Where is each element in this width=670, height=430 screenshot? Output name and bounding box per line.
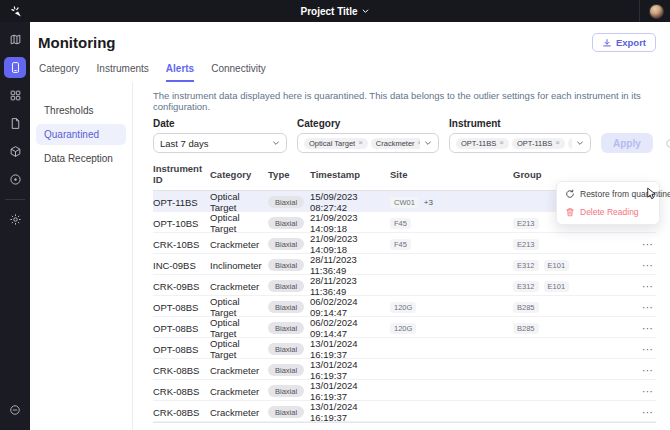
subnav-item-data-reception[interactable]: Data Reception (36, 148, 126, 169)
file-icon[interactable] (4, 113, 26, 134)
row-actions-menu-button[interactable]: ⋯ (630, 259, 656, 272)
site-more-count[interactable]: +3 (424, 198, 433, 207)
main-panel: The instrument data displayed here is qu… (133, 82, 670, 430)
chevron-down-icon (576, 139, 584, 147)
row-actions-menu-button[interactable]: ⋯ (630, 280, 656, 293)
filter-tag-label: Optical Target (309, 139, 355, 148)
table-row[interactable]: CRK-10BSCrackmeterBiaxial21/09/2023 14:0… (153, 233, 656, 254)
close-icon[interactable]: × (555, 139, 560, 147)
help-icon[interactable] (4, 399, 26, 420)
filter-tag[interactable]: OPT-11BS× (568, 138, 572, 149)
filter-tag[interactable]: Crackmeter× (371, 138, 420, 149)
cell-site: 120G (390, 301, 513, 313)
row-actions-menu-button[interactable]: ⋯ (630, 385, 656, 398)
target-icon[interactable] (4, 169, 26, 190)
gear-icon[interactable] (4, 209, 26, 230)
chevron-down-icon (424, 139, 432, 147)
grid-icon[interactable] (4, 85, 26, 106)
export-button[interactable]: Export (592, 33, 656, 52)
project-title: Project Title (300, 6, 357, 17)
type-badge: Biaxial (268, 259, 304, 271)
device-icon[interactable] (4, 57, 26, 78)
row-actions-menu-button[interactable]: ⋯ (630, 301, 656, 314)
map-icon[interactable] (4, 29, 26, 50)
table-row[interactable]: OPT-08BSOptical TargetBiaxial06/02/2024 … (153, 296, 656, 317)
cell-instrument-id: OPT-08BS (153, 323, 210, 334)
cell-type: Biaxial (268, 217, 310, 230)
cell-group: E312E101 (513, 280, 630, 292)
project-title-dropdown[interactable]: Project Title (300, 6, 369, 17)
type-badge: Biaxial (268, 196, 304, 208)
cell-type: Biaxial (268, 364, 310, 377)
type-badge: Biaxial (268, 217, 304, 229)
table-row[interactable]: CRK-08BSCrackmeterBiaxial13/01/2024 16:1… (153, 380, 656, 401)
tab-connectivity[interactable]: Connectivity (211, 63, 265, 82)
close-icon[interactable]: × (499, 139, 504, 147)
tab-instruments[interactable]: Instruments (97, 63, 149, 82)
type-badge: Biaxial (268, 322, 304, 334)
topbar-divider (639, 0, 640, 22)
type-badge: Biaxial (268, 301, 304, 313)
app-logo-icon[interactable] (8, 3, 24, 19)
instrument-select[interactable]: OPT-11BS×OPT-11BS×OPT-11BS× (449, 133, 591, 153)
tab-alerts[interactable]: Alerts (166, 63, 194, 82)
restore-from-quarantine-item[interactable]: Restore from quarantine (557, 185, 659, 203)
apply-button[interactable]: Apply (601, 133, 653, 153)
table-row[interactable]: CRK-09BSCrackmeterBiaxial28/11/2023 11:3… (153, 275, 656, 296)
cell-type: Biaxial (268, 280, 310, 293)
table-row[interactable]: INC-09BSInclinometerBiaxial28/11/2023 11… (153, 254, 656, 275)
filter-tag[interactable]: Optical Target× (304, 138, 368, 149)
table-row[interactable]: CRK-08BSCrackmeterBiaxial13/01/2024 16:1… (153, 359, 656, 380)
row-actions-menu-button[interactable]: ⋯ (630, 238, 656, 251)
date-select[interactable]: Last 7 days (153, 133, 287, 153)
date-select-value: Last 7 days (160, 138, 268, 149)
cell-group: E213 (513, 238, 630, 250)
subnav-item-thresholds[interactable]: Thresholds (36, 100, 126, 121)
type-badge: Biaxial (268, 343, 304, 355)
table-row[interactable]: OPT-08BSOptical TargetBiaxial06/02/2024 … (153, 317, 656, 338)
category-filter-label: Category (297, 118, 439, 129)
cell-instrument-id: OPT-08BS (153, 344, 210, 355)
row-actions-menu-button[interactable]: ⋯ (630, 406, 656, 419)
cell-type: Biaxial (268, 196, 310, 209)
filter-tag[interactable]: OPT-11BS× (456, 138, 509, 149)
tab-category[interactable]: Category (39, 63, 80, 82)
tab-bar: Category Instruments Alerts Connectivity (30, 52, 670, 82)
site-badge: 120G (390, 302, 416, 313)
cell-instrument-id: CRK-09BS (153, 281, 210, 292)
group-badge: E213 (513, 239, 539, 250)
cell-timestamp: 21/09/2023 14:09:18 (310, 212, 390, 234)
reset-filters-icon[interactable] (665, 133, 670, 153)
filter-tag[interactable]: OPT-11BS× (512, 138, 565, 149)
cell-instrument-id: INC-09BS (153, 260, 210, 271)
cell-type: Biaxial (268, 238, 310, 251)
cell-site: CW01+3 (390, 196, 513, 208)
filter-tag-label: OPT-11BS (461, 139, 496, 148)
cell-category: Optical Target (210, 212, 268, 234)
cell-instrument-id: CRK-08BS (153, 386, 210, 397)
row-actions-menu-button[interactable]: ⋯ (630, 343, 656, 356)
close-icon[interactable]: × (418, 139, 420, 147)
row-actions-menu-button[interactable]: ⋯ (630, 322, 656, 335)
row-actions-menu-button[interactable]: ⋯ (630, 364, 656, 377)
cell-timestamp: 06/02/2024 09:14:47 (310, 296, 390, 318)
category-select[interactable]: Optical Target×Crackmeter×Inclinom (297, 133, 439, 153)
table-row[interactable]: CRK-08BSCrackmeterBiaxial13/01/2024 16:1… (153, 401, 656, 422)
subnav-item-quarantined[interactable]: Quarantined (36, 124, 126, 145)
user-avatar[interactable] (649, 4, 664, 19)
cell-category: Crackmeter (210, 386, 268, 397)
cell-type: Biaxial (268, 385, 310, 398)
cell-type: Biaxial (268, 343, 310, 356)
close-icon[interactable]: × (358, 139, 363, 147)
cell-category: Optical Target (210, 338, 268, 360)
box-icon[interactable] (4, 141, 26, 162)
type-badge: Biaxial (268, 385, 304, 397)
chevron-down-icon (272, 139, 280, 147)
table-row[interactable]: OPT-08BSOptical TargetBiaxial13/01/2024 … (153, 338, 656, 359)
cell-instrument-id: CRK-08BS (153, 407, 210, 418)
page-title: Monitoring (38, 34, 115, 51)
date-filter-label: Date (153, 118, 287, 129)
filter-tag-label: Crackmeter (376, 139, 415, 148)
topbar: Project Title (0, 0, 670, 22)
delete-reading-item[interactable]: Delete Reading (557, 203, 659, 221)
